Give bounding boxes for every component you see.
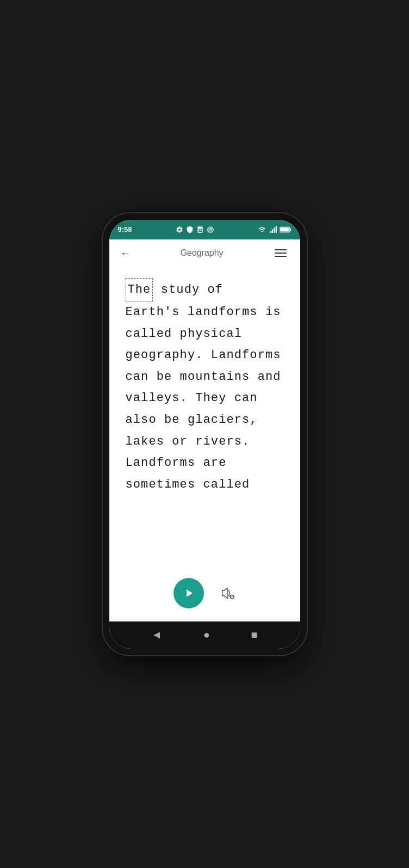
back-button[interactable]: ←: [120, 247, 131, 260]
status-bar: 9:58: [109, 220, 300, 239]
nav-home-icon[interactable]: ●: [203, 629, 210, 641]
svg-rect-10: [275, 226, 276, 232]
status-right-icons: [258, 226, 292, 233]
svg-line-23: [230, 598, 231, 598]
svg-rect-0: [197, 226, 202, 233]
svg-line-22: [233, 595, 233, 595]
page-title: Geography: [180, 248, 223, 258]
shield-icon: [186, 226, 194, 233]
svg-rect-7: [270, 231, 271, 233]
svg-line-20: [230, 595, 231, 595]
menu-line-3: [275, 256, 287, 257]
phone-screen: 9:58: [109, 220, 300, 649]
toolbar: ← Geography: [109, 239, 300, 267]
svg-rect-3: [199, 230, 202, 231]
audio-settings-button[interactable]: [219, 585, 236, 601]
bottom-controls: [109, 569, 300, 621]
menu-button[interactable]: [272, 247, 289, 259]
svg-rect-9: [274, 227, 275, 232]
play-icon: [182, 587, 195, 600]
nav-bar: ◄ ● ■: [109, 621, 300, 649]
svg-rect-12: [289, 228, 290, 231]
nav-recent-icon[interactable]: ■: [251, 629, 258, 641]
volume-settings-icon: [219, 585, 236, 601]
play-button[interactable]: [173, 578, 204, 608]
phone-frame: 9:58: [103, 213, 307, 655]
settings-icon: [176, 226, 183, 233]
nav-back-icon[interactable]: ◄: [151, 629, 162, 641]
wifi-icon: [258, 226, 267, 233]
text-body: study of Earth's landforms is called phy…: [126, 283, 281, 491]
svg-rect-2: [200, 229, 201, 230]
sim-icon: [196, 226, 204, 233]
svg-line-21: [233, 598, 234, 598]
svg-rect-1: [199, 229, 200, 230]
antenna-icon: [207, 226, 214, 233]
back-arrow-icon: ←: [120, 247, 131, 260]
status-icons-left: [176, 226, 214, 233]
svg-rect-13: [280, 227, 289, 231]
battery-icon: [280, 226, 292, 233]
menu-line-2: [275, 253, 287, 254]
svg-point-6: [209, 229, 210, 230]
svg-rect-8: [271, 229, 272, 232]
content-area: The study of Earth's landforms is called…: [109, 267, 300, 569]
svg-point-15: [231, 596, 232, 597]
status-time: 9:58: [118, 225, 132, 233]
menu-line-1: [275, 249, 287, 250]
highlighted-word[interactable]: The: [126, 278, 153, 302]
signal-icon: [269, 226, 277, 233]
reading-text: The study of Earth's landforms is called…: [126, 278, 284, 496]
